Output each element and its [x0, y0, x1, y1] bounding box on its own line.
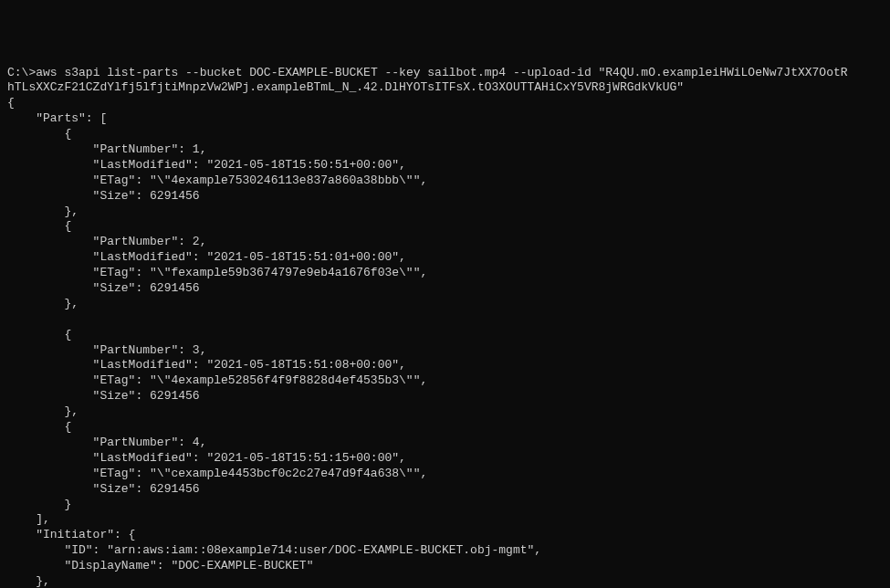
part-2-size: "Size": 6291456	[7, 281, 200, 295]
part-4-open: {	[7, 420, 71, 434]
part-2-close: },	[7, 297, 79, 310]
part-4-number: "PartNumber": 4,	[7, 436, 206, 449]
initiator-close: },	[7, 574, 50, 588]
initiator-displayname: "DisplayName": "DOC-EXAMPLE-BUCKET"	[7, 559, 313, 572]
part-2-open: {	[7, 219, 71, 233]
json-open-brace: {	[7, 96, 15, 110]
part-3-close: },	[7, 404, 79, 418]
part-1-number: "PartNumber": 1,	[7, 142, 206, 156]
part-3-etag: "ETag": "\"4example52856f4f9f8828d4ef453…	[7, 373, 427, 387]
part-3-number: "PartNumber": 3,	[7, 343, 206, 357]
initiator-id: "ID": "arn:aws:iam::08example714:user/DO…	[7, 543, 541, 557]
part-1-etag: "ETag": "\"4example7530246113e837a860a38…	[7, 173, 427, 187]
terminal-output: C:\>aws s3api list-parts --bucket DOC-EX…	[7, 66, 883, 588]
part-1-open: {	[7, 127, 71, 141]
part-4-close: }	[7, 498, 71, 511]
part-4-etag: "ETag": "\"cexample4453bcf0c2c27e47d9f4a…	[7, 467, 427, 480]
part-2-lastmodified: "LastModified": "2021-05-18T15:51:01+00:…	[7, 250, 406, 264]
part-2-etag: "ETag": "\"fexample59b3674797e9eb4a1676f…	[7, 266, 427, 279]
part-2-number: "PartNumber": 2,	[7, 235, 206, 248]
part-4-size: "Size": 6291456	[7, 482, 200, 496]
initiator-open: "Initiator": {	[7, 528, 135, 541]
parts-key: "Parts": [	[7, 111, 107, 125]
part-1-lastmodified: "LastModified": "2021-05-18T15:50:51+00:…	[7, 158, 406, 172]
part-3-open: {	[7, 328, 71, 341]
part-3-lastmodified: "LastModified": "2021-05-18T15:51:08+00:…	[7, 358, 406, 372]
command-line-1: aws s3api list-parts --bucket DOC-EXAMPL…	[36, 66, 847, 79]
part-4-lastmodified: "LastModified": "2021-05-18T15:51:15+00:…	[7, 451, 406, 465]
part-1-size: "Size": 6291456	[7, 189, 200, 203]
prompt: C:\>	[7, 66, 36, 79]
part-3-size: "Size": 6291456	[7, 389, 200, 403]
command-line-2: hTLsXXCzF21CZdYlfj5lfjtiMnpzVw2WPj.examp…	[7, 80, 684, 94]
parts-close: ],	[7, 512, 50, 526]
part-1-close: },	[7, 205, 79, 218]
